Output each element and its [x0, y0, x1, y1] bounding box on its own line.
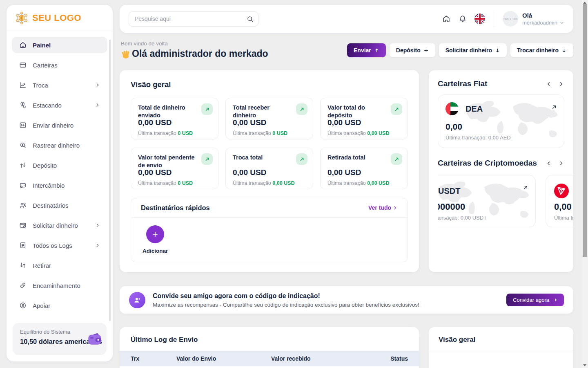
referral-title: Convide seu amigo agora com o código de …	[153, 292, 419, 300]
carousel-next-icon[interactable]	[558, 160, 564, 166]
sidebar-item-todos-os-logs[interactable]: Todos os Logs	[12, 237, 107, 254]
sidebar-item-rastrear-dinheiro[interactable]: Rastrear dinheiro	[12, 137, 107, 153]
home-icon	[19, 41, 27, 49]
carousel-next-icon[interactable]	[558, 81, 564, 87]
arrow-up-right-icon[interactable]	[551, 104, 557, 110]
stat-card-total-exchange: Troca total 0,00 USD Última transação 0,…	[225, 148, 313, 189]
sidebar-item-label: Todos os Logs	[33, 242, 72, 249]
referral-link-icon	[19, 281, 27, 289]
search	[129, 11, 258, 27]
wallets-panel: Carteiras Fiat	[429, 70, 573, 272]
crypto-wallet-card-trx: TRX 0,00 Última transação: 0,00 TRX	[546, 175, 573, 227]
overview-title: Visão geral	[131, 80, 408, 89]
send-money-icon	[19, 121, 27, 129]
wallet-icon	[19, 61, 27, 69]
stat-card-pending-send: Valor total pendente de envio 0,00 USD Ú…	[131, 148, 218, 189]
track-money-icon	[19, 141, 27, 149]
purple-wallet-icon	[85, 330, 103, 348]
invite-now-button[interactable]: Convidar agora	[506, 294, 564, 306]
arrow-up-icon	[374, 48, 379, 53]
arrow-up-right-icon[interactable]	[296, 103, 307, 115]
search-icon[interactable]	[246, 15, 254, 23]
sidebar-item-label: Enviar dinheiro	[33, 122, 74, 129]
scrollbar-thumb[interactable]	[583, 4, 587, 257]
carousel-prev-icon[interactable]	[546, 81, 552, 87]
page-scrollbar[interactable]	[582, 0, 588, 368]
sidebar-item-enviar-dinheiro[interactable]: Enviar dinheiro	[12, 117, 107, 133]
person-plus-icon	[129, 292, 145, 308]
arrow-up-right-icon[interactable]	[201, 103, 213, 115]
exchange-money-button[interactable]: Trocar dinheiro	[510, 43, 573, 57]
plus-icon	[146, 225, 164, 243]
send-button[interactable]: Enviar	[347, 43, 386, 57]
logo-text: SEU LOGO	[32, 13, 81, 23]
overview-bottom-panel: Visão geral	[429, 327, 573, 368]
arrow-up-right-icon[interactable]	[391, 103, 402, 115]
recipients-users-icon	[19, 201, 27, 209]
column-status: Status	[390, 355, 408, 362]
header-actions: Enviar Depósito Solicitar dinheiro Troca…	[347, 43, 573, 57]
fiat-wallet-card-aed: DEA 0,00 Última transação: 0,00 AED	[438, 94, 564, 148]
request-money-button[interactable]: Solicitar dinheiro	[439, 43, 507, 57]
wave-hand-icon	[121, 49, 131, 59]
home-icon[interactable]	[442, 14, 451, 23]
arrow-up-right-icon[interactable]	[522, 184, 529, 191]
stat-card-total-deposit: Valor total do depósito 0,00 USD Última …	[320, 98, 408, 139]
dashboard-screen: SEU LOGO Painel Carteiras Troca	[0, 0, 588, 368]
scroll-down-arrow[interactable]	[583, 364, 586, 366]
username: merkadoadmin	[522, 20, 557, 26]
logo[interactable]: SEU LOGO	[7, 5, 113, 31]
fiat-wallet-balance: 0,00	[445, 122, 462, 132]
sidebar-item-estacando[interactable]: Estacando	[12, 97, 107, 113]
add-recipient-button[interactable]: Adicionar	[143, 225, 168, 254]
sidebar-item-retirar[interactable]: Retirar	[12, 257, 107, 274]
crypto-carousel: USDT 0,00000000 Última transação: 0,00 U…	[438, 175, 573, 228]
sidebar-item-encaminhamento[interactable]: Encaminhamento	[12, 277, 107, 294]
topbar-right: 100 x 100 Olá merkadoadmin	[442, 11, 564, 27]
fiat-wallet-code: DEA	[466, 104, 483, 114]
sidebar-item-painel[interactable]: Painel	[12, 37, 107, 53]
stat-grid: Total de dinheiro enviado 0,00 USD Últim…	[131, 98, 408, 189]
crypto-wallet-last-transaction: Última transação: 0,00 TRX	[554, 215, 573, 221]
avatar: 100 x 100	[503, 11, 518, 27]
search-input[interactable]	[129, 11, 258, 27]
arrow-up-right-icon[interactable]	[201, 153, 213, 165]
stat-card-total-sent: Total de dinheiro enviado 0,00 USD Últim…	[131, 98, 218, 139]
logs-file-icon	[19, 241, 27, 249]
sidebar-item-troca[interactable]: Troca	[12, 77, 107, 93]
sidebar-item-label: Solicitar dinheiro	[33, 222, 78, 229]
sidebar-item-label: Retirar	[33, 262, 51, 269]
sidebar-item-label: Destinatários	[33, 202, 69, 209]
sidebar-item-destinatarios[interactable]: Destinatários	[12, 197, 107, 213]
scroll-up-arrow[interactable]	[583, 2, 586, 4]
crypto-wallets-title: Carteiras de Criptomoedas	[438, 159, 537, 168]
sidebar-item-carteiras[interactable]: Carteiras	[12, 57, 107, 73]
topbar: 100 x 100 Olá merkadoadmin	[120, 5, 573, 33]
send-log-panel: Último Log de Envio Trx Valor do Envio V…	[120, 327, 419, 368]
arrow-up-right-icon[interactable]	[391, 153, 402, 165]
view-all-link[interactable]: Ver tudo	[368, 204, 398, 211]
overview-bottom-title: Visão geral	[429, 327, 573, 351]
sidebar-item-solicitar-dinheiro[interactable]: Solicitar dinheiro	[12, 217, 107, 233]
page-title: Olá administrador do merkado	[121, 48, 268, 59]
sidebar-item-deposito[interactable]: Depósito	[12, 157, 107, 173]
arrow-up-right-icon[interactable]	[296, 153, 307, 165]
referral-banner: Convide seu amigo agora com o código de …	[120, 286, 573, 314]
exchange-wallet-icon	[19, 181, 27, 189]
crypto-wallet-code: USDT	[438, 186, 460, 196]
arrow-right-icon	[552, 297, 557, 303]
fiat-wallet-last-transaction: Última transação: 0,00 AED	[445, 135, 511, 141]
sidebar-scrollbar[interactable]	[109, 40, 111, 321]
carousel-prev-icon[interactable]	[546, 160, 552, 166]
user-menu[interactable]: 100 x 100 Olá merkadoadmin	[503, 11, 564, 27]
referral-subtitle: Maximize as recompensas - Compartilhe se…	[153, 302, 419, 308]
request-money-icon	[19, 221, 27, 229]
sidebar-item-label: Painel	[33, 42, 51, 49]
sidebar-item-apoiar[interactable]: Apoiar	[12, 297, 107, 314]
sidebar-item-intercambio[interactable]: Intercâmbio	[12, 177, 107, 193]
chevron-right-icon	[95, 222, 100, 228]
sidebar-item-label: Troca	[33, 82, 48, 89]
language-flag-uk-icon[interactable]	[474, 13, 485, 24]
deposit-button[interactable]: Depósito	[390, 43, 435, 57]
bell-icon[interactable]	[458, 14, 467, 23]
